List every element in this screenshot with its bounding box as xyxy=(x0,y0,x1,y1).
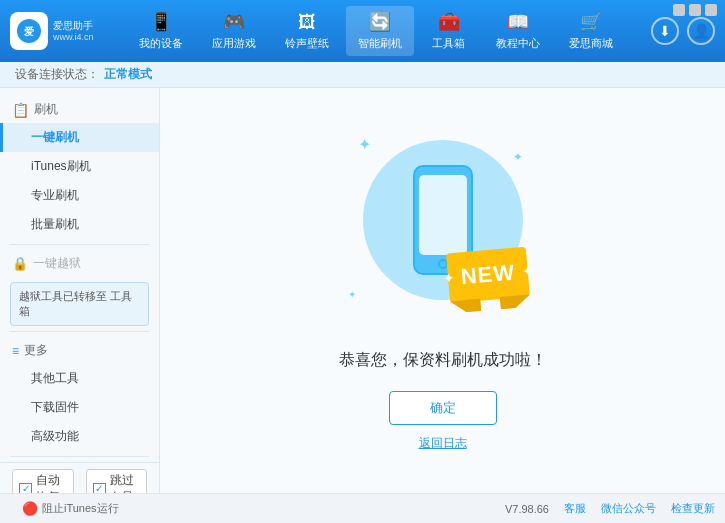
top-right-controls: ⬇ 👤 xyxy=(651,17,715,45)
footer-bar: 🔴 阻止iTunes运行 V7.98.66 客服 微信公众号 检查更新 xyxy=(0,493,725,523)
ringtone-label: 铃声壁纸 xyxy=(285,36,329,51)
itunes-stop-label: 阻止iTunes运行 xyxy=(42,501,119,516)
sidebar-item-othertool[interactable]: 其他工具 xyxy=(0,364,159,393)
nav-item-mydevice[interactable]: 📱 我的设备 xyxy=(127,6,195,56)
sidebar-info-box: 越狱工具已转移至 工具箱 xyxy=(10,282,149,326)
window-controls xyxy=(673,4,717,16)
sidebar-item-itunes-flash[interactable]: iTunes刷机 xyxy=(0,152,159,181)
tutorial-icon: 📖 xyxy=(507,11,529,33)
footer-right: V7.98.66 客服 微信公众号 检查更新 xyxy=(505,501,715,516)
sidebar-more-header[interactable]: ≡ 更多 xyxy=(0,337,159,364)
sidebar-divider-2 xyxy=(10,331,149,332)
footer-left: 🔴 阻止iTunes运行 xyxy=(10,496,131,521)
ribbon-tail-left xyxy=(450,298,481,313)
sidebar-item-batch-flash[interactable]: 批量刷机 xyxy=(0,210,159,239)
sidebar-section-flash[interactable]: 📋 刷机 xyxy=(0,96,159,123)
wechat-public-link[interactable]: 微信公众号 xyxy=(601,501,656,516)
ribbon-tail-right xyxy=(499,294,530,309)
checkbox-auto-restore[interactable]: ✓ 自动恢复 xyxy=(12,469,74,493)
shop-icon: 🛒 xyxy=(580,11,602,33)
ribbon-text: NEW xyxy=(459,259,515,290)
nav-item-tutorial[interactable]: 📖 教程中心 xyxy=(484,6,552,56)
sidebar-item-onekey-flash[interactable]: 一键刷机 xyxy=(0,123,159,152)
main-layout: 📋 刷机 一键刷机 iTunes刷机 专业刷机 批量刷机 🔒 一键越狱 越狱工 xyxy=(0,88,725,493)
toolbox-label: 工具箱 xyxy=(432,36,465,51)
phone-screen xyxy=(419,175,467,255)
sidebar-locked-section: 🔒 一键越狱 xyxy=(0,250,159,277)
mydevice-icon: 📱 xyxy=(150,11,172,33)
tutorial-label: 教程中心 xyxy=(496,36,540,51)
confirm-button[interactable]: 确定 xyxy=(389,391,497,425)
sidebar-item-pro-flash[interactable]: 专业刷机 xyxy=(0,181,159,210)
version-label: V7.98.66 xyxy=(505,503,549,515)
nav-items: 📱 我的设备 🎮 应用游戏 🖼 铃声壁纸 🔄 智能刷机 🧰 工具箱 📖 xyxy=(100,6,651,56)
flash-icon: 🔄 xyxy=(369,11,391,33)
nav-item-ringtone[interactable]: 🖼 铃声壁纸 xyxy=(273,6,341,56)
shop-label: 爱思商城 xyxy=(569,36,613,51)
sparkle-icon-3: ✦ xyxy=(348,289,356,300)
checkbox-area: ✓ 自动恢复 ✓ 跳过向导 xyxy=(0,462,159,493)
itunes-stop-icon: 🔴 xyxy=(22,501,38,516)
toolbox-icon: 🧰 xyxy=(438,11,460,33)
itunes-stop-button[interactable]: 🔴 阻止iTunes运行 xyxy=(10,496,131,521)
nav-item-toolbox[interactable]: 🧰 工具箱 xyxy=(419,6,479,56)
success-text: 恭喜您，保资料刷机成功啦！ xyxy=(339,350,547,371)
flash-section-label: 刷机 xyxy=(34,101,58,118)
status-bar: 设备连接状态： 正常模式 xyxy=(0,62,725,88)
skip-wizard-label: 跳过向导 xyxy=(110,472,141,493)
sidebar-divider-1 xyxy=(10,244,149,245)
sidebar: 📋 刷机 一键刷机 iTunes刷机 专业刷机 批量刷机 🔒 一键越狱 越狱工 xyxy=(0,88,160,493)
sidebar-item-download-firmware[interactable]: 下载固件 xyxy=(0,393,159,422)
app-window: 爱 爱思助手 www.i4.cn 📱 我的设备 🎮 应用游戏 🖼 铃声壁纸 xyxy=(0,0,725,523)
skip-wizard-check: ✓ xyxy=(95,484,103,493)
back-log-link[interactable]: 返回日志 xyxy=(419,435,467,452)
customer-service-link[interactable]: 客服 xyxy=(564,501,586,516)
user-button[interactable]: 👤 xyxy=(687,17,715,45)
status-value: 正常模式 xyxy=(104,66,152,83)
ribbon-main: ✦ NEW ✦ xyxy=(445,246,529,303)
appgame-icon: 🎮 xyxy=(223,11,245,33)
auto-restore-check: ✓ xyxy=(22,484,30,493)
nav-item-appgame[interactable]: 🎮 应用游戏 xyxy=(200,6,268,56)
checkbox-skip-wizard[interactable]: ✓ 跳过向导 xyxy=(86,469,148,493)
svg-text:爱: 爱 xyxy=(24,26,34,37)
close-button[interactable] xyxy=(705,4,717,16)
sidebar-divider-3 xyxy=(10,456,149,457)
ribbon-star-right: ✦ xyxy=(522,264,533,279)
more-section-icon: ≡ xyxy=(12,344,19,358)
jailbreak-label: 一键越狱 xyxy=(33,255,81,272)
skip-wizard-box: ✓ xyxy=(93,483,106,494)
nav-item-flash[interactable]: 🔄 智能刷机 xyxy=(346,6,414,56)
content-area: ✦ ✦ ✦ ✦ NEW ✦ 恭喜您，保资料刷机成功啦！ 确定 返回日志 xyxy=(160,88,725,493)
flash-section-icon: 📋 xyxy=(12,102,29,118)
sparkle-icon-2: ✦ xyxy=(513,150,523,164)
status-label: 设备连接状态： xyxy=(15,66,99,83)
nav-item-shop[interactable]: 🛒 爱思商城 xyxy=(557,6,625,56)
top-nav-bar: 爱 爱思助手 www.i4.cn 📱 我的设备 🎮 应用游戏 🖼 铃声壁纸 xyxy=(0,0,725,62)
maximize-button[interactable] xyxy=(689,4,701,16)
logo-icon: 爱 xyxy=(10,12,48,50)
logo-text: 爱思助手 www.i4.cn xyxy=(53,19,94,44)
sparkle-icon-1: ✦ xyxy=(358,135,371,154)
sidebar-item-advanced[interactable]: 高级功能 xyxy=(0,422,159,451)
appgame-label: 应用游戏 xyxy=(212,36,256,51)
logo-area: 爱 爱思助手 www.i4.cn xyxy=(10,12,100,50)
check-update-link[interactable]: 检查更新 xyxy=(671,501,715,516)
auto-restore-box: ✓ xyxy=(19,483,32,494)
ribbon-decoration: ✦ NEW ✦ xyxy=(448,250,538,310)
mydevice-label: 我的设备 xyxy=(139,36,183,51)
ribbon-star-left: ✦ xyxy=(442,271,453,286)
more-section-label: 更多 xyxy=(24,342,48,359)
success-illustration: ✦ ✦ ✦ ✦ NEW ✦ xyxy=(343,130,543,330)
flash-label: 智能刷机 xyxy=(358,36,402,51)
minimize-button[interactable] xyxy=(673,4,685,16)
ringtone-icon: 🖼 xyxy=(296,11,318,33)
auto-restore-label: 自动恢复 xyxy=(36,472,67,493)
lock-icon: 🔒 xyxy=(12,256,28,271)
download-button[interactable]: ⬇ xyxy=(651,17,679,45)
